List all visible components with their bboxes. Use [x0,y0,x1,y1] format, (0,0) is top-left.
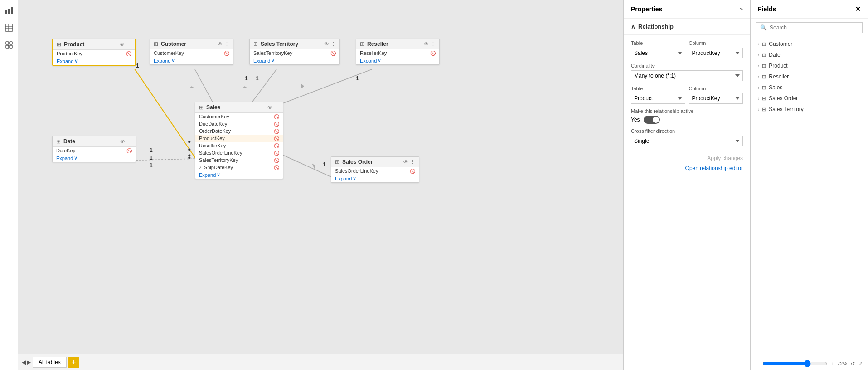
reseller-expand[interactable]: Expand ∨ [356,57,439,64]
customer-table-header[interactable]: ⊞ Customer 👁 ⋮ [150,39,233,49]
reseller-table-header[interactable]: ⊞ Reseller 👁 ⋮ [356,39,439,49]
product-more-icon[interactable]: ⋮ [126,42,131,48]
sales-territory-eye-icon[interactable]: 👁 [324,41,329,47]
layers-icon[interactable] [2,38,16,52]
zoom-bar: − + 72% ↺ ⤢ [751,357,868,370]
sales-more-icon[interactable]: ⋮ [274,105,279,111]
table2-select[interactable]: Product [631,93,685,104]
svg-text:*: * [188,155,191,162]
relationship-chevron-up[interactable]: ∧ [631,23,635,30]
nav-left-btn[interactable]: ◀ [22,359,26,365]
sales-order-more-icon[interactable]: ⋮ [410,159,415,165]
column2-select[interactable]: ProductKey [689,93,743,104]
customer-hide-icon[interactable]: 🚫 [224,51,229,56]
sales-order-icon: ⊞ [335,159,339,165]
field-item-sales-order[interactable]: › ⊞ Sales Order [751,93,868,104]
fields-close-icon[interactable]: ✕ [855,5,861,13]
cross-filter-select[interactable]: Single [631,136,743,146]
relationship-label: Relationship [638,23,674,30]
open-editor-link[interactable]: Open relationship editor [631,163,743,173]
column1-select[interactable]: ProductKey [689,48,743,58]
svg-rect-1 [8,9,10,14]
svg-line-16 [281,154,331,177]
date-table-header[interactable]: ⊞ Date 👁 ⋮ [53,136,136,147]
field-item-date[interactable]: › ⊞ Date [751,49,868,60]
product-table-header[interactable]: ⊞ Product 👁 ⋮ [53,39,135,50]
expand-icon[interactable]: ⤢ [858,361,863,367]
svg-rect-0 [5,10,7,14]
sales-order-expand[interactable]: Expand ∨ [331,175,419,182]
table1-group: Table Sales [631,40,685,58]
collapse-icon[interactable]: » [740,6,743,12]
reseller-table-icon: ⊞ [360,41,364,47]
product-hide-icon[interactable]: 🚫 [126,51,131,56]
sales-order-eye-icon[interactable]: 👁 [403,159,408,165]
properties-panel: Properties » ∧ Relationship Table Sales … [623,0,750,370]
reseller-eye-icon[interactable]: 👁 [424,41,429,47]
column2-label: Column [689,86,743,91]
refresh-icon[interactable]: ↺ [851,361,855,367]
zoom-plus-icon[interactable]: + [831,361,834,366]
canvas-content[interactable]: 1 * 1 * 1 * 1 * 1 1 1 * * * 1 [18,0,623,354]
date-field-label: Date [769,52,780,58]
cardinality-select[interactable]: Many to one (*:1) [631,70,743,81]
all-tables-tab[interactable]: All tables [33,357,67,368]
sales-territory-table-header[interactable]: ⊞ Sales Territory 👁 ⋮ [250,39,339,49]
customer-more-icon[interactable]: ⋮ [224,41,229,47]
sales-expand[interactable]: Expand ∨ [195,171,283,179]
sales-table-header[interactable]: ⊞ Sales 👁 ⋮ [195,102,283,113]
sales-eye-icon[interactable]: 👁 [267,105,272,111]
field-item-sales[interactable]: › ⊞ Sales [751,82,868,93]
canvas-area: 1 * 1 * 1 * 1 * 1 1 1 * * * 1 [18,0,623,370]
field-item-product[interactable]: › ⊞ Product [751,60,868,71]
reseller-hide-icon[interactable]: 🚫 [430,51,436,56]
properties-header: Properties » [624,0,750,19]
zoom-slider[interactable] [762,360,827,367]
table-icon[interactable] [2,21,16,34]
bar-chart-icon[interactable] [2,4,16,17]
reseller-chevron-icon: › [758,74,759,79]
sales-territory-expand[interactable]: Expand ∨ [250,57,339,64]
svg-rect-8 [10,42,12,44]
date-more-icon[interactable]: ⋮ [127,139,132,145]
svg-text:1: 1 [150,155,153,161]
table1-label: Table [631,40,685,46]
date-expand[interactable]: Expand ∨ [53,154,136,162]
svg-marker-35 [312,163,315,170]
date-chevron-icon: › [758,53,759,58]
reseller-more-icon[interactable]: ⋮ [431,41,436,47]
sales-order-row-key: SalesOrderLineKey 🚫 [331,167,419,175]
product-expand[interactable]: Expand ∨ [53,57,135,65]
fields-title: Fields [758,5,776,13]
zoom-minus-icon[interactable]: − [756,361,759,366]
nav-right-btn[interactable]: ▶ [27,359,31,365]
customer-expand[interactable]: Expand ∨ [150,57,233,64]
field-item-customer[interactable]: › ⊞ Customer [751,39,868,49]
search-box[interactable]: 🔍 [756,22,863,33]
sales-territory-chevron-icon: › [758,107,759,112]
sales-territory-more-icon[interactable]: ⋮ [331,41,336,47]
search-input[interactable] [770,24,858,31]
customer-row-customerkey: CustomerKey 🚫 [150,49,233,57]
date-eye-icon[interactable]: 👁 [120,139,125,145]
sales-territory-hide-icon[interactable]: 🚫 [330,51,336,56]
field-item-sales-territory[interactable]: › ⊞ Sales Territory [751,104,868,115]
table1-select[interactable]: Sales [631,48,685,58]
product-eye-icon[interactable]: 👁 [120,42,125,48]
sales-order-table-header[interactable]: ⊞ Sales Order 👁 ⋮ [331,157,419,167]
divider [631,151,743,151]
nav-arrows: ◀ ▶ [22,359,31,365]
date-hide-icon[interactable]: 🚫 [126,148,132,153]
sales-chevron-icon: › [758,85,759,90]
customer-eye-icon[interactable]: 👁 [218,41,223,47]
sales-row-duedatekey: DueDateKey 🚫 [195,120,283,127]
active-toggle-switch[interactable] [644,116,660,124]
sales-order-field-label: Sales Order [769,95,798,102]
product-table-icon: ⊞ [57,41,61,48]
add-tab-btn[interactable]: + [68,357,79,368]
table1-column1-row: Table Sales Column ProductKey [631,40,743,58]
sales-row-orderdatekey: OrderDateKey 🚫 [195,127,283,135]
apply-changes-link: Apply changes [631,153,743,163]
date-table-name: Date [63,138,75,145]
field-item-reseller[interactable]: › ⊞ Reseller [751,71,868,82]
